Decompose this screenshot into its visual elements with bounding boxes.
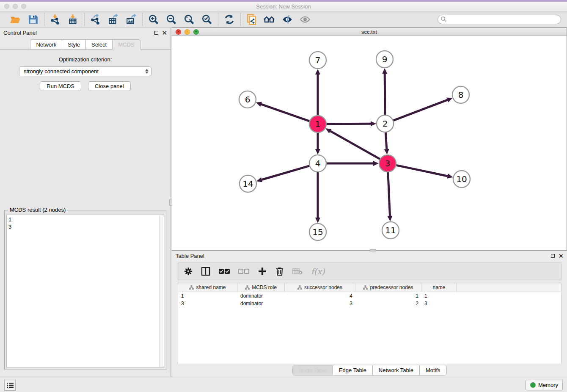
mcds-result-group: MCDS result (2 nodes) 1 3 bbox=[4, 210, 166, 370]
graph-node-11[interactable]: 11 bbox=[382, 222, 399, 239]
search-box[interactable] bbox=[438, 15, 561, 24]
graph-node-15[interactable]: 15 bbox=[309, 224, 326, 240]
split-view-icon[interactable] bbox=[201, 266, 210, 276]
tab-style[interactable]: Style bbox=[62, 39, 85, 50]
tab-network[interactable]: Network bbox=[30, 39, 62, 50]
tab-edge-table[interactable]: Edge Table bbox=[333, 365, 373, 375]
graph-node-7[interactable]: 7 bbox=[309, 52, 326, 69]
column-header-shared-name[interactable]: shared name bbox=[178, 283, 237, 292]
table-row[interactable]: 3 dominator 3 2 3 bbox=[178, 301, 561, 307]
arrowhead bbox=[446, 97, 452, 102]
float-table-panel-icon[interactable] bbox=[551, 254, 555, 258]
close-panel-icon[interactable]: ✕ bbox=[162, 31, 167, 35]
edge-2-3[interactable] bbox=[385, 133, 386, 149]
svg-text:11: 11 bbox=[385, 225, 396, 235]
close-panel-button[interactable]: Close panel bbox=[88, 81, 131, 91]
hierarchy-icon bbox=[189, 285, 194, 290]
edge-3-11[interactable] bbox=[388, 172, 390, 216]
graph-node-1[interactable]: 1 bbox=[309, 116, 326, 133]
svg-text:4: 4 bbox=[315, 158, 321, 168]
network-graph[interactable]: 7968124314101511 bbox=[172, 36, 567, 248]
copy-network-share-icon[interactable] bbox=[246, 14, 258, 25]
home-pair-icon[interactable] bbox=[264, 14, 275, 25]
control-panel: Control Panel ✕ Network Style Select MCD… bbox=[0, 28, 171, 377]
run-mcds-button[interactable]: Run MCDS bbox=[40, 81, 81, 91]
apply-layout-icon[interactable] bbox=[223, 14, 235, 25]
search-input[interactable] bbox=[447, 16, 561, 23]
show-eye-icon bbox=[299, 14, 311, 25]
control-panel-title: Control Panel bbox=[3, 30, 37, 36]
export-image-icon[interactable] bbox=[125, 14, 137, 25]
node-table[interactable]: shared name MCDS role successor nodes pr… bbox=[178, 283, 561, 364]
zoom-fit-icon[interactable] bbox=[183, 14, 195, 25]
column-header-predecessor-nodes[interactable]: predecessor nodes bbox=[355, 283, 421, 292]
arrowhead bbox=[388, 216, 393, 221]
hide-eye-icon[interactable] bbox=[281, 14, 293, 25]
cell-name: 1 bbox=[421, 293, 457, 300]
graph-node-10[interactable]: 10 bbox=[453, 171, 470, 188]
unselect-all-checks-icon[interactable] bbox=[238, 266, 249, 276]
graph-node-8[interactable]: 8 bbox=[452, 86, 469, 103]
cell-predecessor-nodes: 1 bbox=[355, 293, 421, 300]
edge-1-6[interactable] bbox=[261, 104, 309, 121]
zoom-in-icon[interactable] bbox=[148, 14, 160, 25]
select-all-checks-icon[interactable] bbox=[219, 266, 230, 276]
zoom-out-icon[interactable] bbox=[165, 14, 177, 25]
close-table-panel-icon[interactable]: ✕ bbox=[558, 254, 564, 258]
table-tabs-bar: Node Table Edge Table Network Table Moti… bbox=[172, 364, 567, 377]
graph-node-14[interactable]: 14 bbox=[239, 175, 256, 192]
app-title: Session: New Session bbox=[0, 3, 567, 10]
table-row[interactable]: 1 dominator 4 1 1 bbox=[178, 293, 561, 300]
svg-text:2: 2 bbox=[383, 119, 388, 129]
graph-node-2[interactable]: 2 bbox=[377, 115, 394, 132]
column-header-successor-nodes[interactable]: successor nodes bbox=[285, 283, 355, 292]
edge-2-8[interactable] bbox=[394, 100, 448, 120]
memory-button[interactable]: Memory bbox=[526, 380, 563, 390]
tab-network-table[interactable]: Network Table bbox=[373, 365, 420, 375]
edge-3-1[interactable] bbox=[330, 131, 380, 159]
import-network-icon[interactable] bbox=[50, 14, 61, 25]
delete-table-icon bbox=[292, 266, 303, 276]
save-session-icon[interactable] bbox=[27, 14, 39, 25]
table-panel: Table Panel ✕ bbox=[172, 251, 567, 377]
tab-motifs[interactable]: Motifs bbox=[420, 365, 446, 375]
edge-2-9[interactable] bbox=[385, 74, 385, 115]
horizontal-splitter-handle[interactable] bbox=[370, 249, 376, 251]
result-line: 3 bbox=[8, 223, 162, 230]
svg-text:7: 7 bbox=[315, 55, 321, 65]
memory-status-icon bbox=[530, 382, 536, 388]
gear-icon[interactable] bbox=[184, 266, 193, 276]
export-table-icon[interactable] bbox=[107, 14, 119, 25]
tab-mcds[interactable]: MCDS bbox=[112, 39, 140, 50]
status-bar: Memory bbox=[0, 377, 567, 392]
tab-select[interactable]: Select bbox=[85, 39, 112, 50]
result-scrollbar[interactable] bbox=[159, 215, 163, 367]
column-header-name[interactable]: name bbox=[421, 283, 457, 292]
result-line: 1 bbox=[8, 216, 162, 223]
table-panel-title: Table Panel bbox=[176, 253, 204, 259]
arrowhead bbox=[256, 102, 262, 107]
export-network-icon[interactable] bbox=[90, 14, 102, 25]
graph-node-6[interactable]: 6 bbox=[239, 91, 256, 108]
delete-column-icon[interactable] bbox=[275, 266, 284, 276]
criterion-select[interactable]: strongly connected component bbox=[19, 66, 151, 76]
graph-node-3[interactable]: 3 bbox=[379, 155, 396, 172]
zoom-selected-icon[interactable] bbox=[201, 14, 213, 25]
network-window-titlebar[interactable]: ✕ – + scc.txt bbox=[172, 28, 567, 36]
open-folder-icon[interactable] bbox=[9, 14, 21, 25]
arrowhead bbox=[447, 174, 453, 179]
edge-4-14[interactable] bbox=[262, 166, 309, 180]
graph-node-9[interactable]: 9 bbox=[376, 51, 393, 68]
task-history-button[interactable] bbox=[4, 380, 16, 391]
import-table-icon[interactable] bbox=[67, 14, 79, 25]
mcds-result-text[interactable]: 1 3 bbox=[6, 215, 164, 368]
column-header-mcds-role[interactable]: MCDS role bbox=[237, 283, 285, 292]
tab-node-table[interactable]: Node Table bbox=[293, 365, 333, 375]
edge-1-2[interactable] bbox=[327, 124, 371, 124]
add-column-icon[interactable] bbox=[258, 266, 267, 276]
network-canvas[interactable]: 7968124314101511 bbox=[172, 36, 567, 250]
edge-3-10[interactable] bbox=[396, 165, 448, 176]
mcds-panel: Optimization criterion: strongly connect… bbox=[0, 49, 171, 373]
float-panel-icon[interactable] bbox=[154, 31, 158, 35]
graph-node-4[interactable]: 4 bbox=[309, 155, 326, 172]
